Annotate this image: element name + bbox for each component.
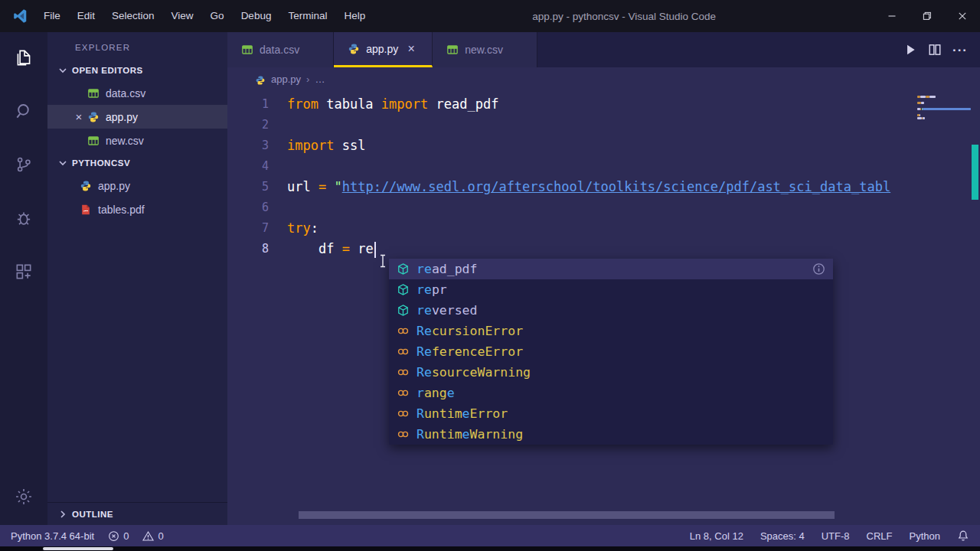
tab-label: app.py bbox=[366, 43, 398, 55]
token: read_pdf bbox=[428, 96, 498, 112]
code-text[interactable]: url = "http://www.sedl.org/afterschool/t… bbox=[287, 177, 913, 197]
status-notifications[interactable] bbox=[957, 530, 969, 542]
token: http://www.sedl.org/afterschool/toolkits… bbox=[342, 179, 890, 194]
folder-header[interactable]: PYTHONCSV bbox=[47, 152, 227, 174]
tab-new.csv[interactable]: new.csv× bbox=[433, 32, 537, 67]
suggestion-label: RuntimeError bbox=[416, 403, 508, 424]
close-button[interactable] bbox=[945, 0, 980, 32]
menu-terminal[interactable]: Terminal bbox=[279, 0, 335, 32]
line-number[interactable]: 8 bbox=[227, 239, 287, 259]
activity-bar bbox=[0, 32, 47, 525]
suggestion-label: ResourceWarning bbox=[416, 362, 531, 383]
file-item-data.csv[interactable]: data.csv bbox=[47, 81, 227, 105]
python-file-icon bbox=[348, 43, 360, 55]
run-button[interactable] bbox=[903, 43, 917, 57]
line-number[interactable]: 1 bbox=[227, 94, 287, 115]
suggestion-RecursionError[interactable]: RecursionError bbox=[389, 321, 833, 341]
code-text[interactable] bbox=[287, 156, 913, 177]
minimize-button[interactable] bbox=[874, 0, 910, 32]
breadcrumb-file[interactable]: app.py bbox=[271, 73, 301, 85]
csv-file-icon bbox=[87, 86, 100, 99]
status-problems-errors[interactable]: 0 bbox=[108, 530, 129, 542]
file-label: tables.pdf bbox=[98, 204, 145, 216]
suggestion-repr[interactable]: repr bbox=[389, 279, 833, 300]
suggestion-range[interactable]: range bbox=[389, 383, 833, 403]
token: = bbox=[342, 241, 350, 256]
activity-search[interactable] bbox=[0, 86, 47, 139]
gear-icon bbox=[14, 487, 34, 510]
code-text[interactable]: from tabula import read_pdf bbox=[287, 94, 913, 115]
activity-explorer[interactable] bbox=[0, 32, 47, 86]
chevron-right-icon: › bbox=[306, 73, 309, 85]
file-item-new.csv[interactable]: new.csv bbox=[47, 129, 227, 152]
open-editors-list: data.csv×app.pynew.csv bbox=[47, 81, 227, 152]
open-editors-header[interactable]: OPEN EDITORS bbox=[47, 60, 227, 81]
status-bar-left: Python 3.7.4 64-bit00 bbox=[11, 530, 164, 542]
activity-extensions[interactable] bbox=[0, 246, 47, 300]
more-actions-button[interactable]: ··· bbox=[952, 44, 968, 57]
menu-go[interactable]: Go bbox=[202, 0, 233, 32]
suggestion-reversed[interactable]: reversed bbox=[389, 300, 833, 321]
activity-settings[interactable] bbox=[0, 471, 47, 525]
maximize-button[interactable] bbox=[910, 0, 945, 32]
line-number[interactable]: 7 bbox=[227, 218, 287, 239]
title-bar: FileEditSelectionViewGoDebugTerminalHelp… bbox=[0, 0, 980, 32]
line-number[interactable]: 3 bbox=[227, 135, 287, 156]
status-indentation[interactable]: Spaces: 4 bbox=[760, 530, 805, 542]
menu-help[interactable]: Help bbox=[335, 0, 374, 32]
horizontal-scrollbar[interactable] bbox=[299, 511, 835, 519]
code-text[interactable]: import ssl bbox=[287, 135, 913, 156]
line-number[interactable]: 5 bbox=[227, 177, 287, 197]
menu-file[interactable]: File bbox=[35, 0, 69, 32]
tab-app.py[interactable]: app.py× bbox=[334, 32, 433, 67]
suggestion-RuntimeError[interactable]: RuntimeError bbox=[389, 403, 833, 424]
menu-edit[interactable]: Edit bbox=[69, 0, 103, 32]
status-encoding[interactable]: UTF-8 bbox=[822, 530, 850, 542]
file-item-app.py[interactable]: app.py bbox=[47, 174, 227, 197]
vscode-logo-icon bbox=[11, 7, 29, 25]
suggestion-ResourceWarning[interactable]: ResourceWarning bbox=[389, 362, 833, 383]
line-number[interactable]: 4 bbox=[227, 156, 287, 177]
code-text[interactable] bbox=[287, 115, 913, 135]
code-text[interactable]: try: bbox=[287, 218, 913, 239]
symbol-class-icon bbox=[397, 366, 410, 379]
csv-file-icon bbox=[241, 44, 253, 56]
status-eol[interactable]: CRLF bbox=[867, 530, 893, 542]
status-python-version[interactable]: Python 3.7.4 64-bit bbox=[11, 530, 94, 542]
symbol-class-icon bbox=[397, 324, 410, 337]
code-text[interactable] bbox=[287, 197, 913, 218]
menu-selection[interactable]: Selection bbox=[103, 0, 163, 32]
folder-file-list: app.pytables.pdf bbox=[47, 174, 227, 221]
status-problems-warnings[interactable]: 0 bbox=[142, 530, 163, 542]
suggestion-RuntimeWarning[interactable]: RuntimeWarning bbox=[389, 424, 833, 445]
code-editor[interactable]: 1from tabula import read_pdf23import ssl… bbox=[227, 91, 980, 525]
suggestion-ReferenceError[interactable]: ReferenceError bbox=[389, 341, 833, 362]
file-item-app.py[interactable]: ×app.py bbox=[47, 105, 227, 129]
suggestion-read_pdf[interactable]: read_pdf bbox=[389, 259, 833, 279]
split-editor-button[interactable] bbox=[928, 43, 942, 57]
activity-source-control[interactable] bbox=[0, 139, 47, 193]
close-icon[interactable]: × bbox=[70, 110, 87, 123]
info-icon[interactable] bbox=[812, 262, 825, 276]
tab-data.csv[interactable]: data.csv× bbox=[227, 32, 334, 67]
close-slot-empty: × bbox=[305, 43, 319, 57]
status-cursor-position[interactable]: Ln 8, Col 12 bbox=[690, 530, 743, 542]
activity-debug[interactable] bbox=[0, 193, 47, 246]
file-label: new.csv bbox=[106, 135, 144, 147]
file-item-tables.pdf[interactable]: tables.pdf bbox=[47, 197, 227, 221]
menu-debug[interactable]: Debug bbox=[233, 0, 280, 32]
activity-bar-bottom bbox=[0, 471, 47, 525]
status-language-mode[interactable]: Python bbox=[910, 530, 940, 542]
breadcrumb[interactable]: app.py › … bbox=[227, 67, 980, 91]
tab-label: data.csv bbox=[260, 44, 299, 56]
minimap[interactable] bbox=[913, 91, 980, 525]
sidebar-title: EXPLORER bbox=[47, 32, 227, 60]
menu-view[interactable]: View bbox=[163, 0, 202, 32]
close-icon[interactable]: × bbox=[404, 42, 418, 56]
bottom-progress-pill bbox=[43, 547, 113, 550]
suggestion-label: RecursionError bbox=[416, 321, 523, 341]
breadcrumb-more[interactable]: … bbox=[315, 73, 325, 85]
line-number[interactable]: 6 bbox=[227, 197, 287, 218]
line-number[interactable]: 2 bbox=[227, 115, 287, 135]
outline-section-header[interactable]: OUTLINE bbox=[47, 502, 227, 525]
